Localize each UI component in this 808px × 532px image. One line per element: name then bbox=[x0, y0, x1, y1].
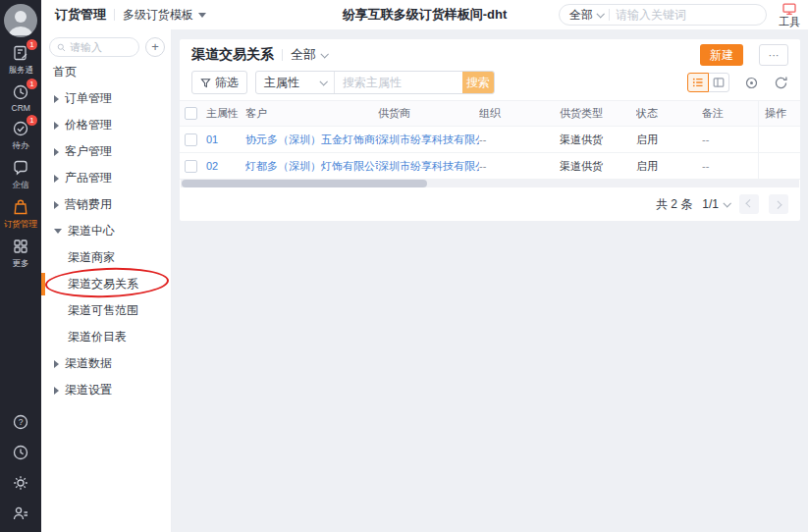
add-button[interactable]: + bbox=[145, 37, 165, 57]
sidebar-item-channel-data[interactable]: 渠道数据 bbox=[41, 350, 171, 377]
list-view-icon bbox=[692, 77, 704, 88]
main-content: 渠道交易关系 全部 新建 ··· 筛选 bbox=[172, 29, 808, 532]
sidebar-item-channel-trade-relations[interactable]: 渠道交易关系 bbox=[41, 271, 171, 297]
search-button[interactable]: 搜索 bbox=[462, 72, 494, 93]
nav-sidebar: + 首页 订单管理 价格管理 客户管理 产品管理 营销费用 渠道中心 渠道商家 … bbox=[41, 29, 172, 532]
chevron-down-icon bbox=[319, 78, 327, 85]
supplier-link[interactable]: 深圳市纷享科技有限公司 bbox=[378, 133, 479, 145]
row-actions bbox=[758, 153, 800, 179]
global-search-input[interactable] bbox=[616, 8, 756, 22]
gear-icon[interactable] bbox=[12, 474, 29, 492]
attribute-search-group: 主属性 搜索 bbox=[255, 71, 495, 94]
badge-count: 1 bbox=[27, 79, 37, 89]
filter-toolbar: 筛选 主属性 搜索 bbox=[180, 71, 800, 94]
table-settings-icon[interactable] bbox=[744, 76, 759, 90]
caret-down-icon bbox=[198, 13, 206, 18]
customer-link[interactable]: 灯都多（深圳）灯饰有限公司 bbox=[245, 160, 378, 172]
global-search: 全部 bbox=[559, 4, 767, 26]
attribute-search-input[interactable] bbox=[335, 72, 462, 93]
app-rail: 1 服务通 1 CRM 1 待办 bbox=[0, 0, 41, 532]
grid-icon bbox=[11, 237, 30, 256]
chevron-right-icon bbox=[774, 200, 781, 208]
customer-link[interactable]: 协元多（深圳）五金灯饰商行 bbox=[245, 133, 378, 145]
sidebar-item-channel-settings[interactable]: 渠道设置 bbox=[41, 377, 171, 403]
header-right: 全部 工具 bbox=[559, 3, 808, 27]
header-left: 订货管理 多级订货模板 bbox=[41, 6, 206, 24]
shopping-bag-icon bbox=[11, 197, 30, 217]
refresh-icon[interactable] bbox=[774, 76, 788, 90]
rail-item-daiban[interactable]: 1 待办 bbox=[0, 119, 41, 152]
list-view-button[interactable] bbox=[687, 73, 709, 92]
avatar[interactable] bbox=[4, 4, 37, 37]
pagination: 共 2 条 1/1 bbox=[180, 187, 800, 221]
sidebar-search-input[interactable] bbox=[70, 41, 132, 53]
caret-down-icon bbox=[54, 229, 62, 234]
rail-item-more[interactable]: 更多 bbox=[0, 237, 41, 270]
table-row: 01 协元多（深圳）五金灯饰商行 深圳市纷享科技有限公司 -- 渠道供货 启用 … bbox=[180, 127, 800, 153]
rail-item-qixin[interactable]: 企信 bbox=[0, 158, 41, 191]
account-icon[interactable] bbox=[12, 505, 29, 522]
rail-bottom-icons: ? bbox=[0, 413, 41, 522]
supplier-link[interactable]: 深圳市纷享科技有限公司 bbox=[378, 160, 479, 172]
sidebar-item-marketing-expense[interactable]: 营销费用 bbox=[41, 191, 171, 218]
app-title: 订货管理 bbox=[55, 6, 106, 24]
rail-item-fuwutong[interactable]: 1 服务通 bbox=[0, 43, 41, 77]
sidebar-item-channel-sellable-range[interactable]: 渠道可售范围 bbox=[41, 297, 171, 324]
caret-right-icon bbox=[54, 175, 59, 183]
badge-count: 1 bbox=[27, 115, 37, 126]
caret-right-icon bbox=[54, 148, 59, 156]
search-scope-selector[interactable]: 全部 bbox=[569, 7, 603, 24]
select-all-checkbox[interactable] bbox=[185, 107, 197, 120]
data-table: 主属性 客户 供货商 组织 供货类型 状态 备注 操作 bbox=[180, 100, 800, 180]
chevron-left-icon bbox=[745, 199, 753, 207]
board-view-button[interactable] bbox=[708, 73, 729, 92]
new-button[interactable]: 新建 bbox=[700, 44, 743, 66]
row-actions bbox=[758, 127, 800, 152]
sidebar-item-channel-center[interactable]: 渠道中心 bbox=[41, 218, 171, 244]
row-checkbox[interactable] bbox=[185, 160, 197, 173]
tools-button[interactable]: 工具 bbox=[779, 3, 800, 27]
sidebar-item-channel-merchants[interactable]: 渠道商家 bbox=[41, 244, 171, 271]
top-header: 订货管理 多级订货模板 纷享互联多级订货样板间-dht 全部 工具 bbox=[41, 0, 808, 29]
next-page-button[interactable] bbox=[769, 194, 788, 214]
template-selector[interactable]: 多级订货模板 bbox=[123, 7, 206, 24]
sidebar-item-customer-mgmt[interactable]: 客户管理 bbox=[41, 138, 171, 165]
page-title-row: 渠道交易关系 全部 新建 ··· bbox=[180, 39, 800, 71]
sidebar-item-price-mgmt[interactable]: 价格管理 bbox=[41, 112, 171, 138]
sidebar-item-home[interactable]: 首页 bbox=[41, 59, 171, 85]
prev-page-button[interactable] bbox=[739, 194, 759, 214]
divider bbox=[609, 9, 610, 21]
horizontal-scrollbar[interactable] bbox=[181, 180, 799, 187]
more-actions-button[interactable]: ··· bbox=[759, 44, 788, 66]
scrollbar-thumb[interactable] bbox=[182, 180, 427, 187]
record-id-link[interactable]: 02 bbox=[206, 160, 218, 172]
caret-right-icon bbox=[54, 201, 59, 209]
help-icon[interactable]: ? bbox=[12, 413, 29, 431]
divider bbox=[114, 9, 115, 21]
filter-button[interactable]: 筛选 bbox=[191, 71, 247, 94]
record-id-link[interactable]: 01 bbox=[206, 133, 218, 145]
active-indicator bbox=[41, 273, 45, 295]
filter-field-select[interactable]: 主属性 bbox=[256, 72, 335, 93]
table-row: 02 灯都多（深圳）灯饰有限公司 深圳市纷享科技有限公司 -- 渠道供货 启用 … bbox=[180, 153, 800, 180]
caret-right-icon bbox=[54, 360, 59, 368]
chevron-down-icon bbox=[596, 10, 604, 18]
sidebar-search bbox=[49, 37, 139, 57]
caret-right-icon bbox=[54, 95, 59, 103]
rail-item-dinghuo[interactable]: 订货管理 bbox=[0, 197, 41, 231]
page-selector[interactable]: 1/1 bbox=[702, 197, 729, 211]
sidebar-item-channel-price-list[interactable]: 渠道价目表 bbox=[41, 324, 171, 350]
person-icon bbox=[4, 4, 37, 37]
rail-item-crm[interactable]: 1 CRM bbox=[0, 82, 41, 113]
total-count: 共 2 条 bbox=[656, 196, 692, 213]
board-view-icon bbox=[713, 77, 725, 88]
clock-icon: 1 bbox=[11, 82, 30, 102]
history-icon[interactable] bbox=[12, 444, 29, 461]
view-scope-selector[interactable]: 全部 bbox=[291, 46, 327, 64]
sidebar-item-product-mgmt[interactable]: 产品管理 bbox=[41, 165, 171, 191]
chevron-down-icon bbox=[723, 199, 730, 207]
check-circle-icon: 1 bbox=[11, 119, 30, 138]
monitor-icon bbox=[782, 3, 796, 16]
row-checkbox[interactable] bbox=[185, 133, 197, 146]
sidebar-item-order-mgmt[interactable]: 订单管理 bbox=[41, 85, 171, 112]
